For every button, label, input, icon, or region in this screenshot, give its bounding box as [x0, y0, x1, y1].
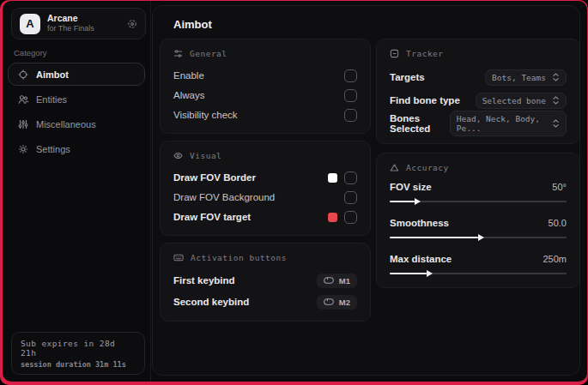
setting-label: FOV size — [390, 182, 432, 192]
unfold-icon — [552, 96, 560, 105]
sub-expiry-text: Sub expires in 28d 21h — [21, 339, 136, 358]
row-controls — [328, 171, 357, 184]
keyboard-icon — [173, 253, 184, 262]
setting-label: Find bone type — [390, 95, 460, 105]
card-title: Activation buttons — [191, 253, 287, 262]
bones-selected-dropdown[interactable]: Head, Neck, Body, Pe... — [450, 111, 567, 136]
accuracy-card: Accuracy FOV size 50° — [376, 153, 580, 288]
accuracy-card-header: Accuracy — [390, 163, 567, 172]
main-panel: Aimbot General Enable — [152, 5, 580, 376]
card-title: General — [190, 49, 227, 58]
setting-label: Draw FOV Background — [173, 192, 275, 202]
sidebar-item-settings[interactable]: Settings — [8, 137, 145, 160]
slider-header: FOV size 50° — [390, 180, 567, 194]
card-title: Visual — [190, 151, 221, 160]
setting-label: Enable — [173, 70, 204, 81]
card-title: Accuracy — [406, 163, 449, 172]
sidebar-item-entities[interactable]: Entities — [8, 87, 145, 111]
fov-background-checkbox[interactable] — [344, 191, 357, 204]
second-keybind-button[interactable]: M2 — [317, 295, 357, 310]
triangle-icon — [390, 163, 399, 172]
tune-icon — [173, 49, 183, 58]
fov-size-slider[interactable] — [390, 198, 567, 205]
tracker-card-header: Tracker — [390, 49, 567, 58]
setting-label: Bones Selected — [390, 113, 450, 134]
setting-label: Draw FOV target — [173, 212, 251, 222]
sidebar-item-miscellaneous[interactable]: Miscellaneous — [8, 112, 145, 135]
tracker-card: Tracker Targets Bots, Teams — [376, 39, 580, 144]
slider-header: Smoothness 50.0 — [390, 216, 567, 230]
slider-thumb[interactable] — [478, 234, 484, 241]
card-title: Tracker — [406, 49, 444, 58]
setting-row-fov-border: Draw FOV Border — [173, 168, 357, 187]
slider-value: 50° — [552, 182, 567, 192]
smoothness-slider[interactable] — [390, 234, 567, 241]
first-keybind-button[interactable]: M1 — [317, 274, 357, 288]
app-name: Arcane — [47, 13, 94, 24]
sidebar-nav: Aimbot Entities — [3, 61, 150, 160]
slider-fill — [390, 237, 478, 238]
setting-label: First keybind — [173, 275, 235, 286]
dropdown-value: Bots, Teams — [492, 73, 546, 82]
setting-label: Visibility check — [173, 110, 238, 120]
visibility-check-checkbox[interactable] — [344, 109, 357, 122]
right-column: Tracker Targets Bots, Teams — [376, 39, 580, 295]
color-swatch-white[interactable] — [328, 173, 337, 183]
find-bone-type-dropdown[interactable]: Selected bone — [476, 93, 567, 109]
fov-target-checkbox[interactable] — [344, 211, 357, 224]
activation-card: Activation buttons First keybind M1 — [160, 243, 371, 322]
slider-header: Max distance 250m — [390, 252, 567, 266]
slider-thumb[interactable] — [427, 270, 433, 277]
general-card: General Enable Always Visibility check — [160, 39, 371, 134]
visual-card: Visual Draw FOV Border Draw FOV Backgrou… — [160, 141, 371, 236]
setting-row-fov-target: Draw FOV target — [173, 208, 357, 226]
sync-icon[interactable] — [127, 19, 137, 29]
app-window: A Arcane for The Finals Category — [3, 1, 587, 382]
sidebar-item-label: Entities — [36, 94, 67, 105]
targets-dropdown[interactable]: Bots, Teams — [485, 69, 567, 86]
crosshair-icon — [18, 69, 28, 80]
session-duration-text: session duration 31m 11s — [21, 360, 136, 369]
setting-row-always: Always — [173, 86, 357, 105]
entities-icon — [18, 94, 28, 105]
app-header-card: A Arcane for The Finals — [11, 8, 146, 39]
setting-row-bones-selected: Bones Selected Head, Neck, Body, Pe... — [390, 112, 567, 135]
sidebar-item-label: Aimbot — [36, 69, 69, 80]
unfold-icon — [552, 73, 560, 81]
slider-thumb[interactable] — [415, 198, 421, 205]
setting-row-visibility-check: Visibility check — [173, 105, 357, 124]
sidebar-item-aimbot[interactable]: Aimbot — [8, 63, 145, 86]
gear-icon — [18, 144, 28, 154]
setting-row-second-keybind: Second keybind M2 — [173, 292, 357, 312]
eye-icon — [173, 151, 183, 160]
target-box-icon — [390, 49, 399, 58]
enable-checkbox[interactable] — [344, 69, 357, 82]
app-subtitle: for The Finals — [47, 24, 94, 33]
setting-label: Second keybind — [173, 297, 249, 307]
always-checkbox[interactable] — [344, 89, 357, 102]
setting-row-fov-background: Draw FOV Background — [173, 188, 357, 207]
keybind-value: M2 — [339, 298, 350, 307]
fov-border-checkbox[interactable] — [344, 171, 357, 184]
activation-card-header: Activation buttons — [173, 253, 357, 262]
setting-label: Targets — [390, 72, 425, 82]
dropdown-value: Selected bone — [482, 96, 546, 105]
sidebar: A Arcane for The Finals Category — [3, 1, 151, 382]
sliders-icon — [18, 119, 28, 129]
sidebar-item-label: Settings — [36, 144, 70, 154]
color-swatch-red[interactable] — [328, 213, 337, 222]
row-controls — [344, 191, 357, 204]
slider-fill — [390, 273, 427, 274]
app-logo: A — [20, 14, 40, 34]
dropdown-value: Head, Neck, Body, Pe... — [457, 114, 546, 133]
unfold-icon — [552, 119, 560, 128]
max-distance-slider[interactable] — [390, 270, 567, 277]
page-title: Aimbot — [173, 18, 212, 31]
left-column: General Enable Always Visibility check — [160, 39, 371, 328]
slider-group-fov-size: FOV size 50° — [390, 180, 567, 205]
general-card-header: General — [173, 49, 357, 58]
setting-label: Draw FOV Border — [173, 172, 256, 183]
subscription-status-card: Sub expires in 28d 21h session duration … — [11, 332, 145, 375]
mouse-icon — [324, 277, 334, 284]
category-label: Category — [14, 48, 47, 57]
